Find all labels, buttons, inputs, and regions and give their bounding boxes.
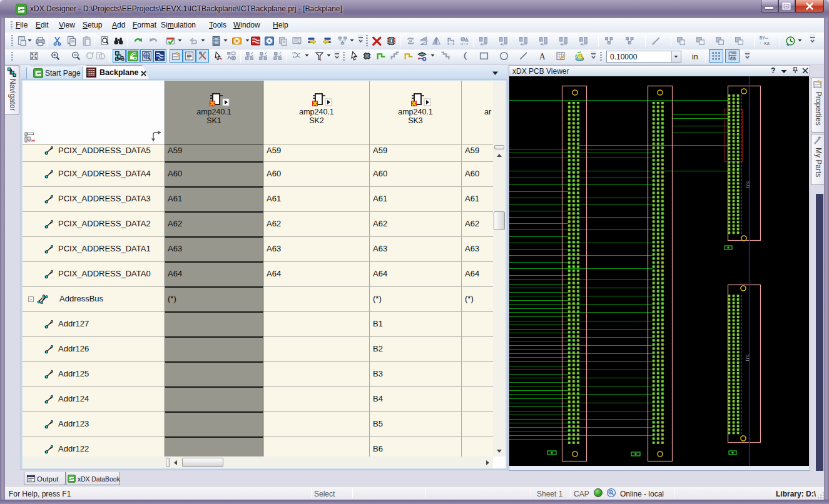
svg-text:KA: KA [765, 41, 770, 46]
svg-text:5J1: 5J1 [746, 181, 750, 188]
svg-text:A: A [227, 54, 231, 61]
svg-text:5J1: 5J1 [745, 355, 750, 361]
svg-text:BY: BY [760, 36, 765, 40]
svg-text:A: A [539, 52, 546, 61]
